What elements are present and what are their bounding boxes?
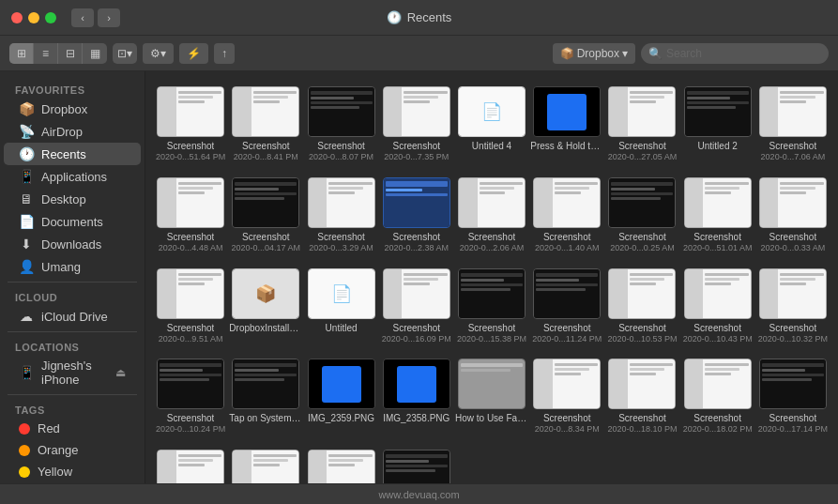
file-item[interactable]: Screenshot 2020-0...1.40 AM (531, 172, 602, 259)
search-icon: 🔍 (648, 47, 663, 60)
maximize-button[interactable] (45, 12, 56, 23)
file-item[interactable]: Tap on System Service...hone.jpg (230, 353, 301, 440)
file-item[interactable]: Screenshot 2020-0...2.36 PM (381, 444, 452, 483)
view-size-button[interactable]: ⊡▾ (113, 43, 137, 64)
file-name: IMG_2358.PNG (383, 412, 449, 424)
file-name: Screenshot (543, 231, 591, 243)
sidebar-item-airdrop-label: AirDrop (41, 125, 83, 139)
file-item[interactable]: Screenshot 2020-0...17.14 PM (757, 353, 829, 440)
file-item[interactable]: Screenshot 2020-0...27.05 AM (606, 81, 678, 168)
view-icon-button[interactable]: ⊞ (9, 43, 34, 64)
file-item[interactable]: Screenshot 2020-0...11.24 PM (531, 263, 602, 350)
file-date: 2020-0...11.24 PM (532, 334, 602, 344)
eject-button[interactable]: ⏏ (115, 366, 126, 379)
file-item[interactable]: Press & Hold the Side But...e 11.jpg (531, 81, 602, 168)
file-item[interactable]: Screenshot 2020-0...2.38 AM (381, 172, 452, 259)
file-item[interactable]: Screenshot 2020-0...51.64 PM (155, 81, 226, 168)
file-item[interactable]: Screenshot 2020-0...0.33 AM (757, 172, 829, 259)
file-thumbnail (308, 359, 375, 409)
file-item[interactable]: Screenshot 2020-0...7.35 PM (381, 81, 452, 168)
sidebar-item-recents[interactable]: 🕐 Recents (4, 143, 141, 165)
file-date: 2020-0...4.48 AM (159, 243, 223, 253)
file-item[interactable]: IMG_2358.PNG (381, 353, 452, 440)
file-date: 2020-0...18.10 PM (607, 424, 677, 435)
sidebar-item-umang[interactable]: 👤 Umang (4, 255, 141, 278)
file-item[interactable]: Screenshot 2020-0...0.25 AM (606, 172, 678, 259)
file-thumbnail (533, 86, 601, 137)
file-thumbnail (759, 177, 827, 228)
sidebar-item-tag-red[interactable]: Red (4, 418, 141, 439)
file-item[interactable]: Screenshot 2020-0...3.29 AM (305, 172, 376, 259)
sidebar-item-dropbox[interactable]: 📦 Dropbox (4, 98, 141, 120)
sidebar-item-downloads[interactable]: ⬇ Downloads (4, 233, 141, 255)
sidebar-item-icloud-drive[interactable]: ☁ iCloud Drive (4, 305, 141, 328)
file-thumbnail (232, 359, 299, 409)
file-item[interactable]: Screenshot 2020-0...8.34 PM (531, 353, 602, 440)
dropbox-button[interactable]: 📦 Dropbox ▾ (553, 43, 635, 64)
sidebar-item-airdrop[interactable]: 📡 AirDrop (4, 120, 141, 143)
downloads-icon: ⬇ (19, 237, 34, 252)
forward-button[interactable]: › (98, 8, 120, 27)
file-item[interactable]: Screenshot 2020-0...21.16 PM (155, 444, 226, 483)
file-item[interactable]: Screenshot 2020-0...15.38 PM (456, 263, 527, 350)
file-date: 2020-0...17.14 PM (758, 424, 828, 435)
minimize-button[interactable] (28, 12, 39, 23)
file-date: 2020-0...2.06 AM (460, 243, 525, 253)
sidebar-item-tag-orange[interactable]: Orange (4, 439, 141, 461)
file-item[interactable]: Screenshot 2020-0...10.24 PM (155, 353, 226, 440)
file-thumbnail (759, 268, 827, 319)
window-title-icon: 🕐 (387, 10, 402, 24)
file-item[interactable]: Screenshot 2020-0...51.01 AM (682, 172, 754, 259)
share-button[interactable]: ↑ (214, 43, 235, 64)
view-gallery-button[interactable]: ▦ (83, 43, 107, 64)
file-item[interactable]: 📄 Untitled 4 (456, 81, 527, 168)
view-list-button[interactable]: ≡ (34, 43, 58, 64)
file-item[interactable]: 📄 Untitled (305, 263, 376, 350)
sidebar-item-documents[interactable]: 📄 Documents (4, 210, 141, 233)
file-item[interactable]: Screenshot 2020-0...3.03 PM (305, 444, 376, 483)
file-item[interactable]: Untitled 2 (682, 81, 754, 168)
file-item[interactable]: Screenshot 2020-0...04.17 AM (230, 172, 301, 259)
file-item[interactable]: Screenshot 2020-0...16.09 PM (381, 263, 452, 350)
file-item[interactable]: Screenshot 2020-0...8.07 PM (305, 81, 376, 168)
tags-header: Tags (0, 399, 145, 418)
sidebar-item-desktop[interactable]: 🖥 Desktop (4, 188, 141, 210)
sidebar-item-applications[interactable]: 📱 Applications (4, 165, 141, 188)
file-item[interactable]: Screenshot 2020-0...9.51 AM (155, 263, 226, 350)
file-thumbnail (608, 359, 676, 409)
file-thumbnail (458, 268, 526, 319)
file-item[interactable]: Screenshot 2020-0...18.10 PM (606, 353, 678, 440)
file-item[interactable]: Screenshot 2020-0...4.05 PM (230, 444, 301, 483)
sidebar-item-tag-yellow[interactable]: Yellow (4, 461, 141, 482)
file-item[interactable]: Screenshot 2020-0...4.48 AM (155, 172, 226, 259)
sidebar-item-jignesh-iphone[interactable]: 📱 Jignesh's iPhone ⏏ (4, 355, 141, 390)
file-item[interactable]: IMG_2359.PNG (305, 353, 376, 440)
file-date: 2020-0...10.53 PM (607, 334, 677, 344)
file-item[interactable]: Screenshot 2020-0...18.02 PM (682, 353, 754, 440)
file-name: Screenshot (317, 140, 365, 152)
file-item[interactable]: 📦 DropboxInstaller.dmg (230, 263, 301, 350)
file-date: 2020-0...2.38 AM (385, 243, 449, 253)
file-item[interactable]: Screenshot 2020-0...10.53 PM (606, 263, 678, 350)
action-button[interactable]: ⚡ (179, 43, 208, 64)
gear-button[interactable]: ⚙▾ (143, 43, 174, 64)
view-mode-group: ⊞ ≡ ⊟ ▦ (9, 43, 107, 64)
file-thumbnail (308, 450, 375, 483)
file-item[interactable]: Screenshot 2020-0...2.06 AM (456, 172, 527, 259)
sidebar-item-applications-label: Applications (41, 170, 107, 184)
documents-icon: 📄 (19, 214, 34, 229)
file-date: 2020-0...51.01 AM (683, 243, 753, 253)
close-button[interactable] (11, 12, 23, 23)
back-button[interactable]: ‹ (71, 8, 94, 27)
file-thumbnail (608, 177, 676, 228)
file-item[interactable]: How to Use Face ID to Sig...iPhone (456, 353, 527, 440)
file-item[interactable]: Screenshot 2020-0...8.41 PM (230, 81, 301, 168)
file-name: How to Use Face ID to Sig...iPhone (455, 412, 528, 424)
file-item[interactable]: Screenshot 2020-0...10.43 PM (682, 263, 754, 350)
search-box[interactable]: 🔍 Search (641, 43, 829, 64)
file-item[interactable]: Screenshot 2020-0...7.06 AM (757, 81, 829, 168)
desktop-icon: 🖥 (19, 191, 34, 206)
view-columns-button[interactable]: ⊟ (58, 43, 83, 64)
file-item[interactable]: Screenshot 2020-0...10.32 PM (757, 263, 829, 350)
statusbar-text: www.devuaq.com (378, 489, 459, 500)
